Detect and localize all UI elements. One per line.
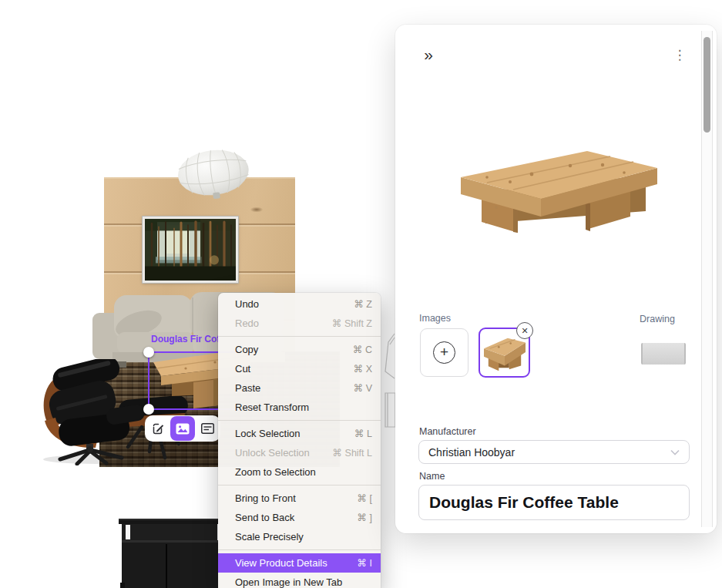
selection-border-left: [148, 351, 149, 410]
menu-item-shortcut: ⌘ Z: [354, 298, 372, 310]
menu-item-open-image-in-new-tab[interactable]: Open Image in New Tab: [218, 573, 381, 588]
name-label: Name: [419, 471, 445, 482]
menu-separator: [218, 420, 381, 421]
menu-item-label: Unlock Selection: [235, 447, 310, 459]
forest-painting-art: [145, 219, 236, 281]
notes-icon: [201, 423, 214, 434]
menu-separator: [218, 549, 381, 550]
menu-item-shortcut: ⌘ V: [354, 382, 372, 394]
add-image-button[interactable]: +: [420, 328, 468, 377]
menu-item-reset-transform[interactable]: Reset Transform: [218, 398, 381, 417]
close-icon: ✕: [521, 326, 528, 336]
line-drawing-art: [382, 331, 396, 433]
menu-item-redo: Redo ⌘ Shift Z: [218, 314, 381, 333]
menu-separator: [218, 485, 381, 486]
menu-item-undo[interactable]: Undo ⌘ Z: [218, 294, 381, 314]
manufacturer-label: Manufacturer: [419, 426, 476, 437]
menu-separator: [218, 336, 381, 337]
chevron-down-icon: [670, 449, 680, 455]
menu-item-label: Redo: [235, 318, 259, 329]
menu-item-label: Send to Back: [235, 512, 294, 523]
remove-image-button[interactable]: ✕: [516, 322, 533, 339]
menu-item-shortcut: ⌘ X: [354, 363, 372, 375]
menu-item-send-to-back[interactable]: Send to Back ⌘ ]: [218, 508, 381, 527]
menu-item-shortcut: ⌘ C: [353, 344, 372, 355]
more-options-icon[interactable]: ⋮: [671, 45, 688, 65]
image-button[interactable]: [170, 416, 195, 441]
menu-item-label: Lock Selection: [235, 428, 301, 439]
tv-console-art: [117, 515, 220, 588]
edit-button[interactable]: [146, 416, 170, 441]
selection-toolbar[interactable]: [145, 415, 220, 442]
menu-item-shortcut: ⌘ I: [358, 557, 372, 569]
menu-item-shortcut: ⌘ Shift L: [333, 447, 372, 459]
menu-item-scale-precisely[interactable]: Scale Precisely: [218, 527, 381, 546]
panel-scrollbar-thumb[interactable]: [704, 37, 710, 133]
lounge-chair[interactable]: [31, 359, 163, 465]
menu-item-label: Bring to Front: [235, 492, 296, 504]
selection-handle-top-left[interactable]: [143, 347, 154, 358]
product-details-panel: » ⋮ Images Drawing +: [395, 25, 717, 533]
line-drawing-fragments[interactable]: [382, 331, 396, 433]
paper-lantern-lamp[interactable]: [175, 148, 252, 202]
manufacturer-value: Christian Hoobyar: [428, 446, 515, 459]
menu-item-label: Cut: [235, 363, 250, 375]
lounge-chair-art: [31, 359, 163, 465]
menu-item-unlock-selection: Unlock Selection ⌘ Shift L: [218, 443, 381, 462]
drawing-section-label: Drawing: [640, 314, 675, 324]
menu-item-shortcut: ⌘ [: [358, 492, 372, 504]
notes-button[interactable]: [195, 416, 220, 441]
selection-handle-bottom-left[interactable]: [143, 404, 154, 415]
menu-item-label: Reset Transform: [235, 402, 309, 413]
menu-item-bring-to-front[interactable]: Bring to Front ⌘ [: [218, 489, 381, 508]
menu-item-label: Zoom to Selection: [235, 466, 316, 478]
tv-console[interactable]: [117, 515, 220, 588]
menu-item-shortcut: ⌘ ]: [358, 512, 372, 523]
image-icon: [176, 423, 190, 435]
edit-icon: [152, 422, 165, 435]
menu-item-cut[interactable]: Cut ⌘ X: [218, 359, 381, 378]
forest-painting[interactable]: [143, 217, 238, 283]
menu-item-lock-selection[interactable]: Lock Selection ⌘ L: [218, 424, 381, 443]
collapse-panel-icon[interactable]: »: [418, 45, 438, 65]
paper-lantern-art: [175, 148, 252, 202]
product-photo: [439, 142, 661, 238]
menu-item-label: Paste: [235, 382, 260, 394]
context-menu[interactable]: Undo ⌘ Z Redo ⌘ Shift Z Copy ⌘ C Cut ⌘ X…: [218, 293, 381, 588]
menu-item-label: Open Image in New Tab: [235, 576, 342, 588]
selection-label: Douglas Fir Coff: [151, 334, 218, 346]
menu-item-paste[interactable]: Paste ⌘ V: [218, 378, 381, 398]
menu-item-label: Scale Precisely: [235, 531, 304, 543]
images-section-label: Images: [419, 313, 451, 324]
drawing-thumbnail[interactable]: [641, 343, 686, 365]
plus-icon: +: [433, 341, 455, 364]
menu-item-label: Undo: [235, 298, 259, 310]
menu-item-shortcut: ⌘ Shift Z: [332, 318, 372, 329]
product-photo-art: [439, 142, 661, 238]
menu-item-zoom-to-selection[interactable]: Zoom to Selection: [218, 462, 381, 482]
menu-item-label: Copy: [235, 344, 258, 355]
menu-item-copy[interactable]: Copy ⌘ C: [218, 340, 381, 359]
menu-item-label: View Product Details: [235, 557, 327, 569]
manufacturer-select[interactable]: Christian Hoobyar: [418, 440, 690, 464]
name-input[interactable]: [418, 485, 690, 520]
menu-item-view-product-details[interactable]: View Product Details ⌘ I: [218, 553, 381, 573]
menu-item-shortcut: ⌘ L: [354, 428, 372, 439]
